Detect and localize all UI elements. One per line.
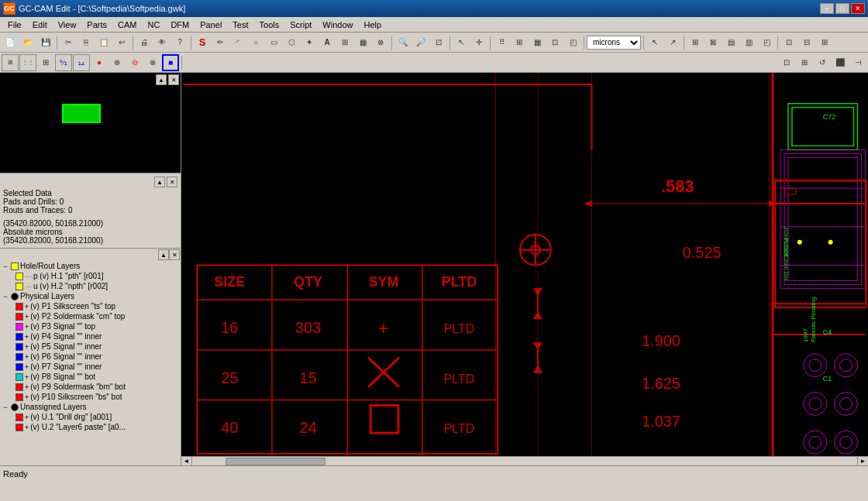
cut-button[interactable]: ✂ bbox=[60, 34, 77, 51]
layer-icon1[interactable]: ⊞ bbox=[2, 54, 19, 71]
draw-circle[interactable]: ○ bbox=[247, 34, 264, 51]
t2-btn3[interactable]: ↺ bbox=[814, 54, 831, 71]
physical-layers-header[interactable]: − Physical Layers bbox=[0, 291, 181, 301]
menu-parts[interactable]: Parts bbox=[82, 19, 112, 30]
layer-item-p5[interactable]: + (v) P5 Signal "" inner bbox=[0, 341, 181, 352]
layer-view2[interactable]: ⊠ bbox=[704, 34, 722, 51]
layer-view3[interactable]: ▤ bbox=[722, 34, 739, 51]
menu-test[interactable]: Test bbox=[228, 19, 253, 30]
layer-view4[interactable]: ▥ bbox=[740, 34, 757, 51]
select-cross[interactable]: ✛ bbox=[470, 34, 487, 51]
layer-icon3[interactable]: ⊞ bbox=[37, 54, 54, 71]
zoom-in[interactable]: 🔍 bbox=[394, 34, 412, 51]
menu-file[interactable]: File bbox=[3, 19, 26, 30]
info-scroll-up[interactable]: ▲ bbox=[154, 177, 165, 187]
color-red-btn2[interactable]: ⊖ bbox=[126, 54, 143, 71]
paste-button[interactable]: 📋 bbox=[95, 34, 112, 51]
layer-item-p[interactable]: — p (v) H.1 "pth" [r001] bbox=[0, 271, 181, 281]
menu-panel[interactable]: Panel bbox=[195, 19, 226, 30]
units-select[interactable]: microns mils mm inches bbox=[587, 36, 641, 50]
color-red-btn[interactable]: ● bbox=[91, 54, 108, 71]
layer-view5[interactable]: ◰ bbox=[758, 34, 775, 51]
draw-poly[interactable]: ⬡ bbox=[283, 34, 300, 51]
layer-item-p8[interactable]: + (v) P8 Signal "" bot bbox=[0, 372, 181, 382]
minimize-button[interactable]: − bbox=[820, 3, 834, 14]
num-icon1[interactable]: ⁹⁄₁ bbox=[55, 54, 72, 71]
zoom-fit[interactable]: ⊡ bbox=[430, 34, 447, 51]
pane-close[interactable]: ✕ bbox=[168, 74, 179, 85]
snap-btn[interactable]: ↖ bbox=[646, 34, 663, 51]
menu-script[interactable]: Script bbox=[285, 19, 316, 30]
draw-text[interactable]: A bbox=[319, 34, 336, 51]
unassigned-header[interactable]: − Unassigned Layers bbox=[0, 402, 181, 412]
layers-close[interactable]: ✕ bbox=[169, 249, 180, 260]
layers-header[interactable]: ▲ ✕ bbox=[0, 249, 181, 261]
info-close[interactable]: ✕ bbox=[167, 177, 177, 187]
copy-button[interactable]: ⎘ bbox=[78, 34, 95, 51]
info-pane-header[interactable]: ▲ ✕ bbox=[3, 177, 177, 187]
stop-btn[interactable]: ⬛ bbox=[832, 54, 849, 71]
menu-view[interactable]: View bbox=[53, 19, 81, 30]
scroll-left-btn[interactable]: ◄ bbox=[181, 457, 192, 466]
layer-item-p4[interactable]: + (v) P4 Signal "" inner bbox=[0, 331, 181, 341]
grid-lines[interactable]: ⊞ bbox=[511, 34, 528, 51]
layer-item-p3[interactable]: + (v) P3 Signal "" top bbox=[0, 321, 181, 331]
layer-view1[interactable]: ⊞ bbox=[687, 34, 704, 51]
layer-item-u[interactable]: — u (v) H.2 "npth" [r002] bbox=[0, 281, 181, 291]
draw-step[interactable]: ⊞ bbox=[336, 34, 353, 51]
view-btn2[interactable]: ◰ bbox=[564, 34, 581, 51]
menu-tools[interactable]: Tools bbox=[255, 19, 284, 30]
layers-scroll-up[interactable]: ▲ bbox=[158, 249, 169, 260]
pane-scroll-up[interactable]: ▲ bbox=[156, 74, 167, 85]
t2-btn5[interactable]: ⊣ bbox=[849, 54, 866, 71]
canvas-hscrollbar[interactable]: ◄ ► bbox=[181, 456, 868, 465]
t2-btn2[interactable]: ⊞ bbox=[796, 54, 813, 71]
preview-controls[interactable]: ▲ ✕ bbox=[156, 74, 179, 85]
draw-flash[interactable]: ✦ bbox=[301, 34, 318, 51]
menu-edit[interactable]: Edit bbox=[28, 19, 52, 30]
draw-arc[interactable]: ◜ bbox=[229, 34, 246, 51]
layer-item-p7[interactable]: + (v) P7 Signal "" inner bbox=[0, 362, 181, 372]
grid-dots[interactable]: ⠿ bbox=[493, 34, 510, 51]
draw-s[interactable]: S bbox=[194, 34, 211, 51]
view-btn1[interactable]: ⊡ bbox=[546, 34, 563, 51]
layer-item-p1[interactable]: + (v) P1 Silkscreen "ts" top bbox=[0, 301, 181, 311]
layer-icon2[interactable]: ⋮⋮ bbox=[19, 54, 36, 71]
layer-item-u2[interactable]: + (v) U.2 "Layer6 paste" [a0... bbox=[0, 422, 181, 432]
num-icon2[interactable]: ₁₄ bbox=[73, 54, 90, 71]
frame-btn2[interactable]: ⊟ bbox=[798, 34, 815, 51]
frame-btn1[interactable]: ⊡ bbox=[780, 34, 797, 51]
layer-item-p10[interactable]: + (v) P10 Silkscreen "bs" bot bbox=[0, 392, 181, 402]
help-question[interactable]: ? bbox=[171, 34, 188, 51]
maximize-button[interactable]: □ bbox=[835, 3, 849, 14]
menu-cam[interactable]: CAM bbox=[113, 19, 141, 30]
layer-item-p2[interactable]: + (v) P2 Soldermask "cm" top bbox=[0, 311, 181, 321]
toggle-btn1[interactable]: ⊕ bbox=[108, 54, 126, 71]
draw-rect[interactable]: ▭ bbox=[265, 34, 282, 51]
menu-nc[interactable]: NC bbox=[143, 19, 165, 30]
close-button[interactable]: ✕ bbox=[851, 3, 865, 14]
layer-item-p6[interactable]: + (v) P6 Signal "" inner bbox=[0, 352, 181, 362]
draw-opt[interactable]: ⊗ bbox=[372, 34, 389, 51]
preview-button[interactable]: 👁 bbox=[153, 34, 170, 51]
scroll-track[interactable] bbox=[192, 458, 857, 465]
open-button[interactable]: 📂 bbox=[19, 34, 36, 51]
t2-btn1[interactable]: ⊡ bbox=[778, 54, 795, 71]
print-button[interactable]: 🖨 bbox=[136, 34, 153, 51]
menu-window[interactable]: Window bbox=[318, 19, 357, 30]
draw-fill[interactable]: ▦ bbox=[354, 34, 371, 51]
grid-off[interactable]: ▦ bbox=[529, 34, 546, 51]
snap-btn2[interactable]: ↗ bbox=[664, 34, 681, 51]
hole-rout-header[interactable]: − Hole/Rout Layers bbox=[0, 261, 181, 271]
layer-item-p9[interactable]: + (v) P9 Soldermask "bm" bot bbox=[0, 382, 181, 392]
active-layer-btn[interactable]: ■ bbox=[162, 54, 179, 71]
scroll-thumb[interactable] bbox=[226, 458, 326, 465]
zoom-out[interactable]: 🔎 bbox=[412, 34, 429, 51]
draw-pencil[interactable]: ✏ bbox=[212, 34, 229, 51]
save-button[interactable]: 💾 bbox=[37, 34, 54, 51]
toggle-btn2[interactable]: ⊗ bbox=[144, 54, 161, 71]
menu-help[interactable]: Help bbox=[359, 19, 386, 30]
canvas-area[interactable]: SIZE QTY SYM PLTD 16 303 + PLTD 25 15 PL… bbox=[181, 73, 868, 465]
layer-item-u1[interactable]: + (v) U.1 "Drill drg" [a001] bbox=[0, 412, 181, 422]
undo-button[interactable]: ↩ bbox=[113, 34, 130, 51]
